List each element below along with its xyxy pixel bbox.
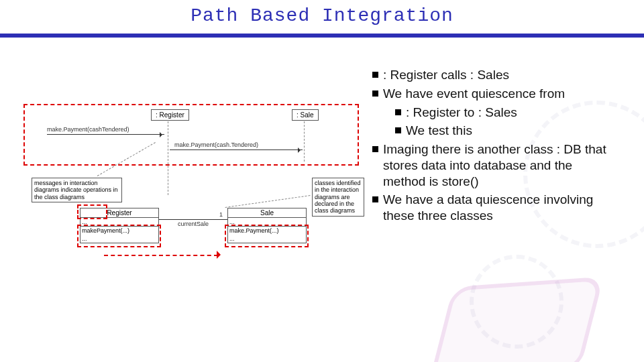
msg-a-label: make.Payment(cashTendered) [47,126,129,133]
seq-head-sale: : Sale [292,109,319,121]
msg-b-label: make.Payment(cash.Tendered) [174,141,258,148]
bullet-icon [395,127,401,133]
bullet-item: Imaging there is another class : DB that… [372,141,614,189]
msg-makepayment-in [47,134,164,135]
assoc-mult: 1 [219,211,223,218]
lifeline-register [168,121,168,195]
bullet-item-sub: We test this [395,123,614,139]
bullet-icon [395,109,401,115]
msg-makepayment-fwd [170,149,303,150]
note-left: messages in interaction diagrams indicat… [32,178,122,202]
assoc-label: currentSale [178,221,209,227]
bullet-icon [372,90,378,97]
bullet-item: : Register calls : Sales [372,67,614,83]
bullet-icon [372,196,378,202]
page-title: Path Based Integration [0,5,644,26]
bg-rhombus [429,276,604,362]
title-rule-bot [0,36,644,38]
seq-head-register: : Register [151,109,189,121]
highlight-box-register-op [77,225,161,247]
note-right: classes identified in the interaction di… [312,178,364,217]
lifeline-sale [304,121,305,162]
class-sale-name: Sale [228,208,306,218]
highlight-box-sale-op [225,225,309,247]
bullet-icon [372,72,378,78]
bullet-item: We have event quiescence from [372,86,614,102]
bullet-panel: : Register calls : Sales We have event q… [372,67,614,227]
red-connector [104,255,218,256]
uml-diagram: : Register : Sale make.Payment(cashTende… [23,104,359,318]
note-link-right [225,195,311,208]
association-line [159,219,227,220]
highlight-box-classname [77,204,107,219]
bullet-icon [372,146,378,152]
bullet-item-sub: : Register to : Sales [395,105,614,121]
bullet-item: We have a data quiescence involving thes… [372,192,614,224]
red-arrow-icon [217,251,225,259]
